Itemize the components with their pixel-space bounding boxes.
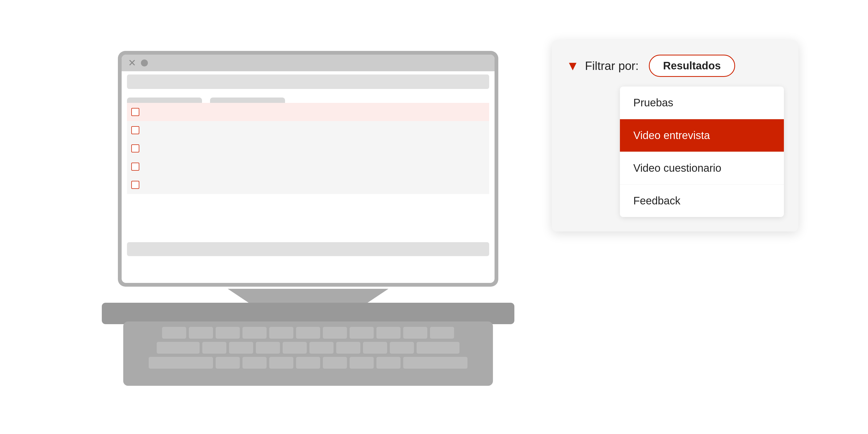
dropdown-menu: Pruebas Video entrevista Video cuestiona… xyxy=(620,87,784,217)
key xyxy=(243,357,267,369)
filter-header: ▼ Filtrar por: Resultados xyxy=(566,55,784,77)
screen-titlebar: ✕ xyxy=(122,55,495,71)
key xyxy=(269,357,293,369)
key xyxy=(323,327,347,339)
key xyxy=(403,327,427,339)
laptop-illustration: ✕ xyxy=(81,51,536,383)
key xyxy=(269,327,293,339)
key xyxy=(403,357,467,369)
key xyxy=(350,327,374,339)
scene: ✕ xyxy=(59,29,809,405)
key xyxy=(350,357,374,369)
key xyxy=(243,327,267,339)
key-row-2 xyxy=(129,342,488,353)
dropdown-item-video-cuestionario[interactable]: Video cuestionario xyxy=(620,152,784,185)
key xyxy=(216,357,240,369)
screen-body: ✕ xyxy=(118,51,498,287)
key xyxy=(149,357,213,369)
resultados-button[interactable]: Resultados xyxy=(649,55,735,77)
key xyxy=(296,357,320,369)
key xyxy=(376,327,401,339)
dot-icon xyxy=(141,60,148,66)
dropdown-item-pruebas[interactable]: Pruebas xyxy=(620,87,784,119)
key xyxy=(202,342,226,353)
key xyxy=(376,357,401,369)
keyboard xyxy=(123,321,493,386)
filter-label: Filtrar por: xyxy=(585,59,639,72)
table-row xyxy=(127,157,489,176)
checkbox-2[interactable] xyxy=(131,126,139,134)
key xyxy=(283,342,307,353)
key xyxy=(363,342,387,353)
key xyxy=(216,327,240,339)
key xyxy=(229,342,253,353)
key xyxy=(162,327,186,339)
key xyxy=(189,327,213,339)
checkbox-5[interactable] xyxy=(131,181,139,189)
dropdown-item-feedback[interactable]: Feedback xyxy=(620,185,784,217)
table-area xyxy=(127,103,489,194)
key-row-3 xyxy=(129,357,488,369)
laptop-base xyxy=(102,303,515,324)
filter-panel: ▼ Filtrar por: Resultados Pruebas Video … xyxy=(552,40,798,231)
table-row xyxy=(127,121,489,139)
key xyxy=(323,357,347,369)
key xyxy=(157,342,199,353)
key xyxy=(430,327,454,339)
dropdown-item-video-entrevista[interactable]: Video entrevista xyxy=(620,119,784,152)
checkbox-1[interactable] xyxy=(131,108,139,116)
checkbox-4[interactable] xyxy=(131,163,139,170)
screen-bottom-row xyxy=(127,242,489,256)
filter-icon: ▼ xyxy=(566,60,579,72)
screen-inner: ✕ xyxy=(122,55,495,283)
close-icon: ✕ xyxy=(128,58,136,68)
table-row xyxy=(127,176,489,194)
address-bar xyxy=(127,74,489,89)
laptop-neck xyxy=(228,289,389,305)
checkbox-3[interactable] xyxy=(131,145,139,152)
key xyxy=(256,342,280,353)
key xyxy=(296,327,320,339)
key xyxy=(390,342,414,353)
key-row-1 xyxy=(129,327,488,339)
table-row xyxy=(127,139,489,157)
key xyxy=(336,342,360,353)
key xyxy=(416,342,460,353)
table-row xyxy=(127,103,489,121)
key xyxy=(309,342,334,353)
